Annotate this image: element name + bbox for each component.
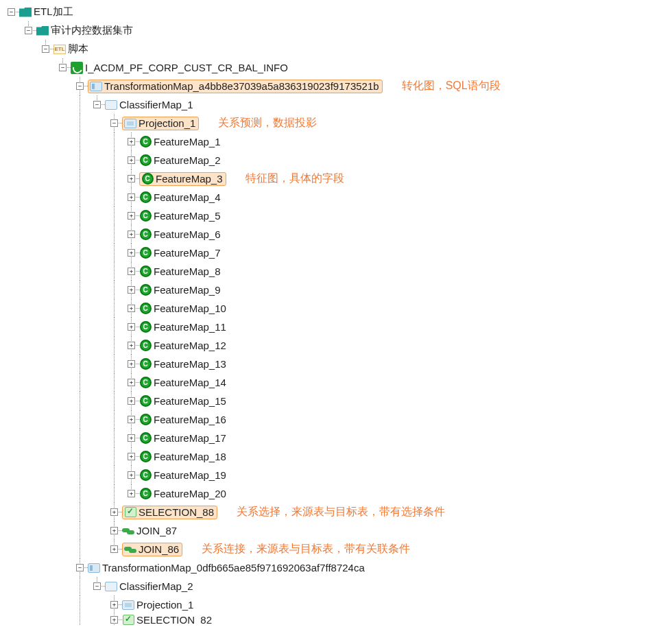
expand-icon[interactable]: + [128,305,135,312]
tree-label: FeatureMap_6 [154,228,221,240]
tree-row[interactable]: − ETL加工 [3,3,669,21]
tree-row[interactable]: + CFeatureMap_2 [3,151,669,169]
tree-row[interactable]: + JOIN_87 [3,521,669,540]
folder-icon [36,25,49,37]
tree-label: ClassifierMap_1 [119,99,193,110]
feature-icon: C [139,228,152,241]
tree-label: ClassifierMap_2 [119,580,193,592]
tree-row[interactable]: + CFeatureMap_16 [3,410,669,429]
collapse-icon[interactable]: − [8,8,15,16]
tree-row[interactable]: − Projection_1 关系预测，数据投影 [3,114,669,132]
folder-icon [19,6,32,19]
tree-label: FeatureMap_10 [154,303,226,314]
expand-icon[interactable]: + [128,397,135,405]
tree-row[interactable]: + JOIN_86 关系连接，来源表与目标表，带有关联条件 [3,540,669,558]
tree-label: FeatureMap_5 [154,210,221,222]
feature-icon: C [139,358,152,370]
tree-row[interactable]: + CFeatureMap_10 [3,299,669,318]
collapse-icon[interactable]: − [25,27,32,34]
tree-row[interactable]: + CFeatureMap_1 [3,132,669,151]
tree-row[interactable]: + CFeatureMap_17 [3,429,669,447]
tree-row[interactable]: + CFeatureMap_3特征图，具体的字段 [3,169,669,188]
expand-icon[interactable]: + [110,616,118,624]
tree-row[interactable]: − 审计内控数据集市 [3,21,669,40]
tree-label: FeatureMap_15 [154,395,226,407]
tree-label: FeatureMap_11 [154,321,226,333]
expand-icon[interactable]: + [128,212,135,220]
expand-icon[interactable]: + [128,193,135,201]
tree-row[interactable]: + CFeatureMap_14 [3,373,669,392]
collapse-icon[interactable]: − [42,45,49,53]
tree-row[interactable]: − ETL 脚本 [3,40,669,58]
expand-icon[interactable]: + [128,323,135,331]
tree-row[interactable]: + CFeatureMap_8 [3,262,669,281]
feature-icon: C [139,469,152,482]
join-icon [124,543,136,556]
tree-row[interactable]: + CFeatureMap_9 [3,281,669,299]
tree-view: − ETL加工 − 审计内控数据集市 − ETL 脚本 − I_ACDM_PF_… [3,3,669,625]
tree-row[interactable]: + CFeatureMap_13 [3,355,669,373]
tree-row[interactable]: + CFeatureMap_11 [3,318,669,336]
tree-row[interactable]: + CFeatureMap_15 [3,392,669,410]
feature-icon: C [139,265,152,278]
feature-icon: C [139,414,152,426]
expand-icon[interactable]: + [110,527,118,534]
tree-row[interactable]: + CFeatureMap_5 [3,206,669,225]
classifier-icon [105,99,117,111]
collapse-icon[interactable]: − [59,64,67,71]
expand-icon[interactable]: + [128,286,135,294]
collapse-icon[interactable]: − [93,582,101,590]
tree-label: 审计内控数据集市 [51,24,133,37]
feature-icon: C [141,173,154,185]
expand-icon[interactable]: + [110,601,118,609]
expand-icon[interactable]: + [128,379,135,386]
expand-icon[interactable]: + [128,471,135,479]
feature-icon: C [139,340,152,352]
expand-icon[interactable]: + [128,231,135,238]
tree-row[interactable]: − I_ACDM_PF_CORP_CUST_CR_BAL_INFO [3,58,669,77]
expand-icon[interactable]: + [110,508,118,516]
tree-row[interactable]: + CFeatureMap_6 [3,225,669,244]
tree-label: FeatureMap_1 [154,136,221,147]
feature-list: + CFeatureMap_1 + CFeatureMap_2 + CFeatu… [3,132,669,503]
expand-icon[interactable]: + [128,434,135,442]
collapse-icon[interactable]: − [93,101,101,108]
collapse-icon[interactable]: − [76,564,84,571]
expand-icon[interactable]: + [128,416,135,423]
expand-icon[interactable]: + [110,545,118,553]
expand-icon[interactable]: + [128,268,135,275]
tree-row[interactable]: − ClassifierMap_2 [3,577,669,595]
expand-icon[interactable]: + [128,453,135,460]
expand-icon[interactable]: + [128,490,135,497]
expand-icon[interactable]: + [128,156,135,164]
expand-icon[interactable]: + [128,175,135,182]
tree-row[interactable]: + CFeatureMap_18 [3,447,669,466]
tree-label: SELECTION_82 [136,614,212,625]
tree-row[interactable]: + CFeatureMap_19 [3,466,669,484]
tree-label: FeatureMap_12 [154,340,226,351]
expand-icon[interactable]: + [128,342,135,349]
tree-row[interactable]: − TransformationMap_a4bb8e37039a5a836319… [3,77,669,95]
tree-row[interactable]: + CFeatureMap_12 [3,336,669,355]
expand-icon[interactable]: + [128,360,135,368]
feature-icon: C [139,488,152,500]
tree-label: FeatureMap_19 [154,469,226,481]
tree-label: 脚本 [68,43,88,56]
tree-row[interactable]: + CFeatureMap_20 [3,484,669,503]
collapse-icon[interactable]: − [110,119,118,127]
expand-icon[interactable]: + [128,138,135,145]
tree-row[interactable]: + SELECTION_88 关系选择，来源表与目标表，带有选择条件 [3,503,669,521]
tree-row[interactable]: + CFeatureMap_7 [3,244,669,262]
tree-row[interactable]: + SELECTION_82 [3,614,669,625]
tree-label: Projection_1 [139,117,195,129]
tree-row[interactable]: + Projection_1 [3,595,669,614]
tree-row[interactable]: + CFeatureMap_4 [3,188,669,206]
expand-icon[interactable]: + [128,249,135,257]
tree-row[interactable]: − TransformationMap_0dfb665ae85f97169206… [3,558,669,577]
feature-icon: C [139,451,152,463]
join-icon [122,525,134,537]
tree-label: ETL加工 [34,5,73,19]
annotation: 特征图，具体的字段 [245,172,344,186]
collapse-icon[interactable]: − [76,82,84,90]
tree-row[interactable]: − ClassifierMap_1 [3,95,669,114]
